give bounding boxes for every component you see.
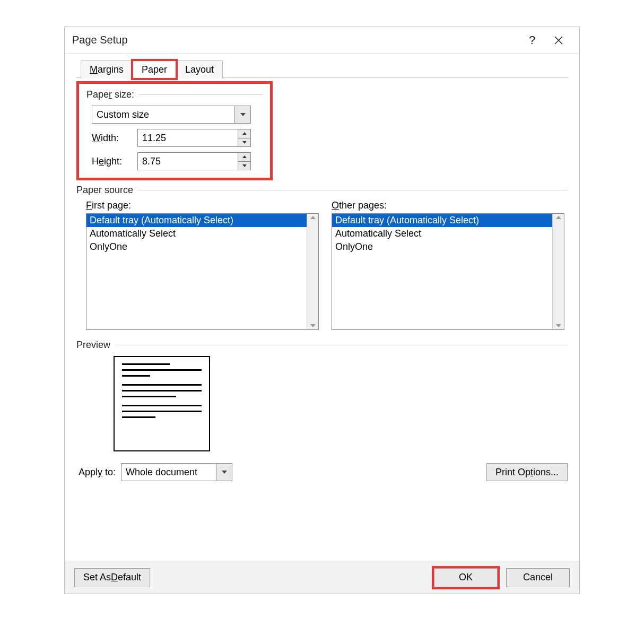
list-item[interactable]: OnlyOne — [86, 240, 307, 254]
list-item[interactable]: Default tray (Automatically Select) — [332, 214, 552, 227]
height-value: 8.75 — [138, 153, 238, 170]
first-page-col: First page: Default tray (Automatically … — [86, 200, 319, 330]
dialog-title: Page Setup — [72, 34, 519, 46]
other-pages-listbox[interactable]: Default tray (Automatically Select) Auto… — [332, 213, 564, 330]
height-spin-buttons — [238, 153, 250, 170]
tab-margins[interactable]: Margins — [81, 60, 133, 79]
scroll-up-icon — [310, 216, 316, 219]
tab-paper[interactable]: Paper — [133, 60, 176, 79]
preview-label: Preview — [76, 340, 110, 351]
other-pages-scrollbar[interactable] — [552, 214, 564, 329]
first-page-scrollbar[interactable] — [307, 214, 318, 329]
paper-size-label-row: Paper size: — [86, 89, 263, 100]
triangle-up-icon — [242, 132, 247, 135]
set-as-default-button[interactable]: Set As Default — [74, 568, 150, 587]
list-item[interactable]: OnlyOne — [332, 240, 552, 254]
other-pages-label: Other pages: — [332, 200, 564, 211]
apply-to-row: Apply to: Whole document Print Options..… — [76, 463, 568, 481]
paper-source-label: Paper source — [76, 185, 133, 196]
width-label: Width: — [92, 133, 137, 144]
paper-size-label: Paper size: — [86, 89, 134, 100]
apply-to-dropdown-button[interactable] — [216, 464, 232, 481]
chevron-down-icon — [222, 471, 227, 474]
triangle-up-icon — [242, 155, 247, 158]
list-item[interactable]: Automatically Select — [332, 227, 552, 240]
width-spin-up[interactable] — [238, 129, 250, 138]
preview-group: Preview — [76, 340, 568, 451]
first-page-label: First page: — [86, 200, 319, 211]
triangle-down-icon — [242, 164, 247, 167]
chevron-down-icon — [240, 113, 246, 116]
preview-thumbnail — [114, 356, 210, 451]
paper-size-value: Custom size — [92, 109, 234, 120]
scroll-down-icon — [310, 324, 316, 327]
triangle-down-icon — [242, 141, 247, 144]
dialog-content: Margins Paper Layout Paper size: Custom … — [65, 54, 579, 561]
close-button[interactable] — [545, 30, 572, 51]
width-value: 11.25 — [138, 129, 238, 146]
first-page-items: Default tray (Automatically Select) Auto… — [86, 214, 307, 329]
list-item[interactable]: Default tray (Automatically Select) — [86, 214, 307, 227]
height-spin-up[interactable] — [238, 153, 250, 162]
apply-to-label: Apply to: — [79, 467, 116, 478]
dialog-footer: Set As Default OK Cancel — [65, 561, 579, 594]
paper-size-group: Paper size: Custom size Width: 11.25 Hei — [76, 81, 273, 180]
paper-size-dropdown-button[interactable] — [234, 106, 250, 123]
apply-to-dropdown[interactable]: Whole document — [121, 463, 232, 481]
preview-label-row: Preview — [76, 340, 568, 351]
close-icon — [554, 36, 563, 45]
paper-source-group: Paper source First page: Default tray (A… — [76, 185, 568, 330]
other-pages-items: Default tray (Automatically Select) Auto… — [332, 214, 552, 329]
first-page-listbox[interactable]: Default tray (Automatically Select) Auto… — [86, 213, 319, 330]
help-button[interactable]: ? — [519, 30, 545, 51]
height-spin-down[interactable] — [238, 162, 250, 170]
width-spin-buttons — [238, 129, 250, 146]
print-options-button[interactable]: Print Options... — [486, 463, 568, 481]
width-spin-down[interactable] — [238, 138, 250, 147]
tab-layout[interactable]: Layout — [176, 60, 223, 79]
scroll-down-icon — [556, 324, 561, 327]
page-setup-dialog: Page Setup ? Margins Paper Layout Paper … — [64, 27, 580, 594]
list-item[interactable]: Automatically Select — [86, 227, 307, 240]
width-input[interactable]: 11.25 — [137, 129, 251, 147]
ok-button[interactable]: OK — [434, 568, 498, 587]
other-pages-col: Other pages: Default tray (Automatically… — [332, 200, 564, 330]
paper-source-label-row: Paper source — [76, 185, 568, 196]
titlebar: Page Setup ? — [65, 27, 579, 54]
cancel-button[interactable]: Cancel — [506, 568, 570, 587]
height-input[interactable]: 8.75 — [137, 152, 251, 170]
tabs: Margins Paper Layout — [81, 60, 568, 78]
apply-to-value: Whole document — [121, 467, 216, 478]
height-label: Height: — [92, 156, 137, 167]
paper-size-dropdown[interactable]: Custom size — [92, 106, 251, 124]
scroll-up-icon — [556, 216, 561, 219]
